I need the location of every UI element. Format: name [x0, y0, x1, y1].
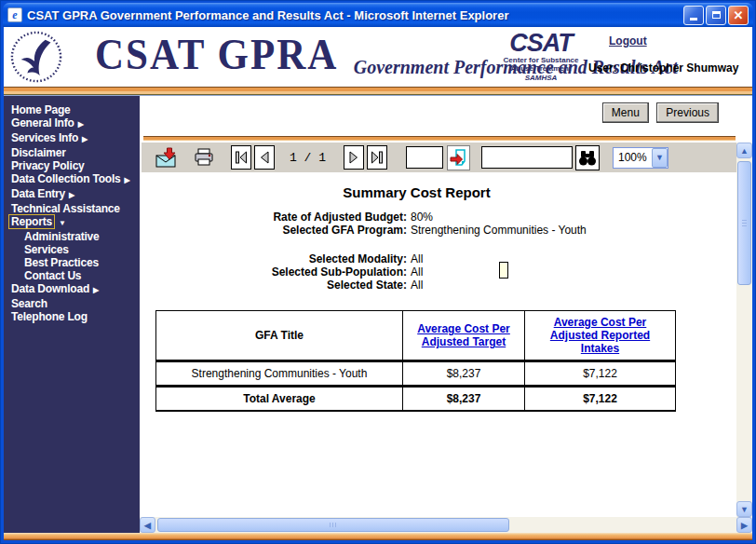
report-param-selected-modality: Selected Modality:All: [140, 252, 736, 265]
close-button[interactable]: ✕: [728, 6, 749, 25]
sidebar-item-label: Services: [24, 243, 69, 256]
tooltip-artifact-box: [499, 262, 508, 279]
sidebar-item-label: Search: [11, 297, 47, 310]
csat-logo-samhsa: SAMHSA: [503, 73, 579, 83]
table-header-gfa-title: GFA Title: [156, 311, 403, 361]
scroll-left-button[interactable]: ◀: [140, 517, 155, 533]
sidebar-item-disclaimer[interactable]: Disclaimer: [4, 146, 140, 159]
maximize-button[interactable]: [706, 6, 726, 25]
report-params: Rate of Adjusted Budget:80%Selected GFA …: [140, 211, 736, 292]
brand-title: CSAT GPRA: [95, 29, 338, 81]
param-value: All: [411, 252, 611, 265]
binoculars-search-icon: [578, 150, 597, 166]
param-label: Selected GFA Program:: [140, 224, 407, 237]
sidebar: Home PageGeneral Info▶Services Info▶Disc…: [4, 96, 140, 533]
sidebar-item-label: Home Page: [11, 103, 71, 116]
chevron-right-icon: ▶: [125, 176, 130, 184]
sidebar-item-home-page[interactable]: Home Page: [4, 103, 140, 116]
first-page-button[interactable]: [231, 145, 251, 170]
minimize-icon: [690, 18, 697, 20]
scroll-up-button[interactable]: ▲: [736, 143, 752, 158]
param-label: Selected Modality:: [140, 252, 407, 265]
vertical-scrollbar[interactable]: ▲ ▼: [736, 143, 752, 517]
logged-in-user: User: Christopher Shumway: [588, 61, 749, 75]
param-value: 80%: [411, 211, 611, 224]
last-page-icon: [371, 151, 384, 164]
zoom-value: 100%: [618, 151, 647, 164]
sidebar-item-telephone-log[interactable]: Telephone Log: [4, 310, 140, 323]
horizontal-scrollbar[interactable]: ◀ ▶: [140, 517, 752, 533]
vertical-scroll-thumb[interactable]: [737, 161, 751, 285]
sidebar-item-best-practices[interactable]: Best Practices: [4, 256, 140, 269]
scroll-down-button[interactable]: ▼: [736, 501, 752, 517]
next-page-icon: [348, 151, 359, 164]
sidebar-item-label: Administrative: [24, 230, 100, 243]
table-cell: $7,122: [525, 387, 676, 411]
sidebar-item-label: Data Download: [11, 282, 89, 295]
sidebar-item-technical-assistance[interactable]: Technical Assistance: [4, 202, 140, 215]
goto-page-input[interactable]: [406, 146, 443, 169]
sidebar-item-data-entry[interactable]: Data Entry▶: [4, 187, 140, 202]
minimize-button[interactable]: [683, 6, 704, 25]
menu-button[interactable]: Menu: [602, 102, 649, 123]
sidebar-item-services-info[interactable]: Services Info▶: [4, 131, 140, 146]
page-indicator: 1 / 1: [290, 151, 326, 165]
chevron-down-icon: ▼: [59, 219, 66, 227]
maximize-icon: [712, 11, 721, 19]
page: CSAT GPRA Government Performance and Res…: [4, 27, 752, 540]
sort-link-average-cost-per-adjusted-reported-intakes[interactable]: Average Cost Per Adjusted Reported Intak…: [550, 316, 650, 355]
sort-link-average-cost-per-adjusted-target[interactable]: Average Cost Per Adjusted Target: [417, 322, 510, 348]
sidebar-item-search[interactable]: Search: [4, 297, 140, 310]
csat-logo-acronym: CSAT: [503, 31, 579, 56]
print-icon[interactable]: [192, 145, 216, 170]
sidebar-item-privacy-policy[interactable]: Privacy Policy: [4, 159, 140, 172]
csat-logo-line2: Abuse Treatment: [503, 64, 579, 73]
report-param-rate-of-adjusted-budget: Rate of Adjusted Budget:80%: [140, 211, 736, 224]
report-table-body: Strengthening Communities - Youth$8,237$…: [156, 361, 676, 411]
chevron-right-icon: ▶: [82, 135, 88, 143]
param-label: Selected State:: [140, 279, 407, 292]
sidebar-item-label: Data Collection Tools: [11, 172, 121, 185]
next-page-button[interactable]: [344, 145, 364, 170]
report-viewer-toolbar: 1 / 1: [142, 143, 736, 172]
table-cell: Strengthening Communities - Youth: [156, 361, 403, 387]
last-page-button[interactable]: [367, 145, 387, 170]
sidebar-item-label: Disclaimer: [11, 146, 66, 159]
prev-page-button[interactable]: [254, 145, 275, 170]
report-param-selected-gfa-program: Selected GFA Program:Strengthening Commu…: [140, 224, 736, 237]
search-text-input[interactable]: [481, 146, 573, 169]
sidebar-item-data-download[interactable]: Data Download▶: [4, 282, 140, 297]
sidebar-item-label: Contact Us: [24, 269, 81, 282]
sidebar-item-services[interactable]: Services: [4, 243, 140, 256]
logout-link[interactable]: Logout: [609, 34, 647, 48]
report-table: GFA TitleAverage Cost Per Adjusted Targe…: [155, 310, 676, 412]
sidebar-item-contact-us[interactable]: Contact Us: [4, 269, 140, 282]
sidebar-item-data-collection-tools[interactable]: Data Collection Tools▶: [4, 172, 140, 187]
content-area: Menu Previous: [140, 96, 752, 533]
param-label: Selected Sub-Population:: [140, 265, 407, 279]
chevron-right-icon: ▶: [93, 286, 99, 294]
sidebar-item-administrative[interactable]: Administrative: [4, 230, 140, 243]
main-area: Home PageGeneral Info▶Services Info▶Disc…: [4, 96, 752, 533]
table-row: Strengthening Communities - Youth$8,237$…: [156, 361, 676, 387]
page-nav-buttons: Menu Previous: [599, 102, 719, 123]
horizontal-scroll-thumb[interactable]: [157, 518, 509, 532]
previous-button[interactable]: Previous: [656, 102, 719, 123]
param-value: All: [411, 279, 611, 292]
title-bar: e CSAT GPRA Government Performance and R…: [3, 3, 753, 27]
browser-window: e CSAT GPRA Government Performance and R…: [0, 0, 756, 544]
export-icon[interactable]: [155, 145, 179, 170]
scroll-right-button[interactable]: ▶: [736, 517, 752, 533]
param-value: Strengthening Communities - Youth: [411, 224, 611, 237]
zoom-select[interactable]: 100% ▼: [613, 147, 668, 169]
sidebar-item-general-info[interactable]: General Info▶: [4, 116, 140, 131]
search-button[interactable]: [575, 145, 600, 170]
chevron-down-icon: ▼: [652, 148, 668, 168]
table-cell: Total Average: [156, 387, 403, 411]
table-header-average-cost-per-adjusted-reported-intakes: Average Cost Per Adjusted Reported Intak…: [525, 311, 676, 361]
report-page: Summary Cost Report Rate of Adjusted Bud…: [140, 172, 736, 517]
sidebar-item-reports[interactable]: Reports▼: [4, 215, 140, 230]
goto-page-button[interactable]: [447, 145, 470, 170]
user-block: Logout User: Christopher Shumway: [588, 32, 749, 75]
table-cell: $7,122: [525, 361, 676, 387]
